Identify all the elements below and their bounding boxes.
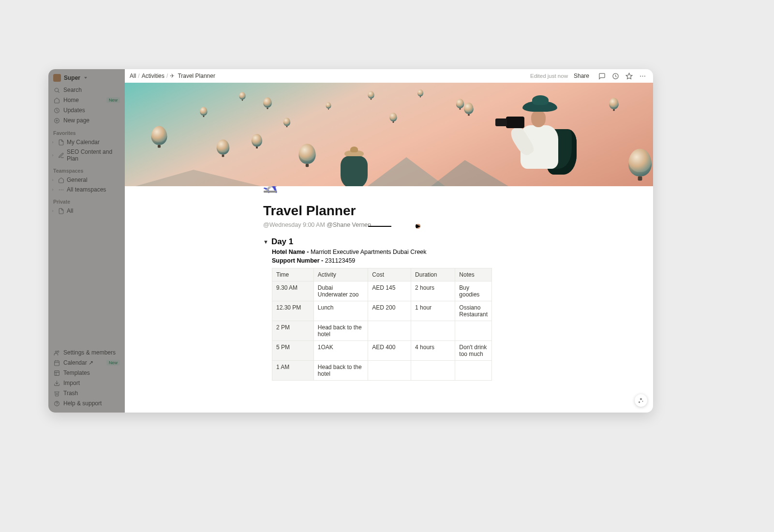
table-row[interactable]: 1 AMHead back to the hotel bbox=[272, 361, 492, 381]
table-row[interactable]: 5 PM1OAKAED 4004 hoursDon't drink too mu… bbox=[272, 341, 492, 361]
caret-icon: › bbox=[50, 140, 55, 145]
item-label: All bbox=[67, 207, 122, 214]
cell-time[interactable]: 12.30 PM bbox=[272, 301, 314, 321]
cell-notes[interactable] bbox=[455, 321, 492, 341]
nav-item-new-page[interactable]: New page bbox=[48, 116, 125, 125]
nav-item-settings-members[interactable]: Settings & members bbox=[48, 348, 125, 357]
cell-cost[interactable]: AED 145 bbox=[368, 281, 411, 301]
workspace-switcher[interactable]: Super bbox=[48, 73, 125, 83]
svg-rect-15 bbox=[54, 370, 59, 375]
history-icon[interactable] bbox=[611, 72, 619, 80]
svg-point-23 bbox=[640, 75, 641, 76]
more-icon[interactable] bbox=[639, 72, 646, 80]
home-icon bbox=[53, 97, 60, 103]
cell-duration[interactable]: 2 hours bbox=[411, 281, 455, 301]
cover-image[interactable] bbox=[125, 83, 653, 186]
support-line[interactable]: Support Number - 231123459 bbox=[272, 257, 515, 264]
cell-duration[interactable] bbox=[411, 321, 455, 341]
nav-item-trash[interactable]: Trash bbox=[48, 388, 125, 398]
nav-item-import[interactable]: Import bbox=[48, 378, 125, 388]
cell-activity[interactable]: Lunch bbox=[313, 301, 368, 321]
cell-activity[interactable]: Head back to the hotel bbox=[313, 321, 368, 341]
col-activity[interactable]: Activity bbox=[313, 268, 368, 281]
toggle-caret-icon: ▼ bbox=[263, 239, 268, 245]
tree-item-all[interactable]: ›All bbox=[48, 206, 125, 216]
nav-item-calendar-[interactable]: Calendar ↗New bbox=[48, 358, 125, 368]
dots-icon bbox=[58, 186, 64, 193]
col-cost[interactable]: Cost bbox=[368, 268, 411, 281]
star-icon[interactable] bbox=[625, 72, 633, 80]
item-label: Updates bbox=[63, 107, 120, 114]
cell-duration[interactable]: 1 hour bbox=[411, 301, 455, 321]
new-badge: New bbox=[106, 360, 120, 366]
item-label: SEO Content and Plan bbox=[67, 148, 122, 162]
cell-notes[interactable]: Buy goodies bbox=[455, 281, 492, 301]
breadcrumb-parent[interactable]: Activities bbox=[142, 73, 164, 79]
plus-icon bbox=[53, 117, 60, 124]
help-icon bbox=[53, 400, 60, 407]
cell-activity[interactable]: Head back to the hotel bbox=[313, 361, 368, 381]
col-duration[interactable]: Duration bbox=[411, 268, 455, 281]
cell-time[interactable]: 5 PM bbox=[272, 341, 314, 361]
cell-cost[interactable] bbox=[368, 321, 411, 341]
page-emoji-icon[interactable]: ✈️ bbox=[263, 186, 279, 194]
table-row[interactable]: 2 PMHead back to the hotel bbox=[272, 321, 492, 341]
share-button[interactable]: Share bbox=[574, 73, 589, 79]
ai-fab-button[interactable] bbox=[635, 394, 647, 407]
main-area: All / Activities / ✈︎ Travel Planner Edi… bbox=[125, 69, 653, 413]
cell-notes[interactable]: Don't drink too much bbox=[455, 341, 492, 361]
app-window: Super SearchHomeNewUpdatesNew page Favor… bbox=[48, 69, 653, 413]
item-label: New page bbox=[63, 117, 120, 124]
doc-icon bbox=[58, 207, 64, 214]
cell-time[interactable]: 2 PM bbox=[272, 321, 314, 341]
sidebar: Super SearchHomeNewUpdatesNew page Favor… bbox=[48, 69, 125, 413]
breadcrumb-current[interactable]: Travel Planner bbox=[178, 73, 215, 79]
cell-cost[interactable]: AED 400 bbox=[368, 341, 411, 361]
cal-icon bbox=[53, 359, 60, 366]
cell-notes[interactable] bbox=[455, 361, 492, 381]
item-label: Import bbox=[63, 380, 120, 386]
cell-activity[interactable]: 1OAK bbox=[313, 341, 368, 361]
tree-item-all-teamspaces[interactable]: ›All teamspaces bbox=[48, 185, 125, 194]
schedule-table[interactable]: TimeActivityCostDurationNotes 9.30 AMDub… bbox=[272, 268, 492, 381]
col-notes[interactable]: Notes bbox=[455, 268, 492, 281]
cell-time[interactable]: 1 AM bbox=[272, 361, 314, 381]
col-time[interactable]: Time bbox=[272, 268, 314, 281]
teamspaces-heading: Teamspaces bbox=[48, 163, 125, 175]
user-mention[interactable]: @Shane Vernen bbox=[327, 222, 371, 228]
nav-item-search[interactable]: Search bbox=[48, 85, 125, 95]
item-label: Search bbox=[63, 87, 120, 93]
topbar: All / Activities / ✈︎ Travel Planner Edi… bbox=[125, 69, 653, 83]
comments-icon[interactable] bbox=[598, 72, 606, 80]
cell-duration[interactable] bbox=[411, 361, 455, 381]
tree-item-my-calendar[interactable]: ›My Calendar bbox=[48, 137, 125, 147]
home-icon bbox=[58, 177, 64, 183]
item-label: General bbox=[67, 177, 122, 183]
page-title[interactable]: Travel Planner bbox=[263, 203, 515, 219]
day-toggle[interactable]: ▼ Day 1 bbox=[263, 237, 515, 247]
import-icon bbox=[53, 380, 60, 386]
breadcrumb-root[interactable]: All bbox=[130, 73, 136, 79]
cell-cost[interactable]: AED 200 bbox=[368, 301, 411, 321]
caret-icon: › bbox=[50, 208, 55, 213]
nav-item-updates[interactable]: Updates bbox=[48, 105, 125, 115]
tree-item-seo-content-and-plan[interactable]: ›SEO Content and Plan bbox=[48, 147, 125, 163]
cell-notes[interactable]: Ossiano Restaurant bbox=[455, 301, 492, 321]
nav-item-templates[interactable]: Templates bbox=[48, 368, 125, 378]
hotel-line[interactable]: Hotel Name - Marriott Executive Apartmen… bbox=[272, 249, 515, 255]
item-label: Trash bbox=[63, 390, 120, 397]
item-label: Calendar ↗ bbox=[63, 359, 103, 366]
cell-activity[interactable]: Dubai Underwater zoo bbox=[313, 281, 368, 301]
cell-time[interactable]: 9.30 AM bbox=[272, 281, 314, 301]
chevron-down-icon bbox=[84, 77, 87, 79]
svg-point-24 bbox=[642, 75, 643, 76]
page-body: ✈️ Travel Planner @Wednesday 9:00 AM @Sh… bbox=[125, 186, 653, 413]
cell-duration[interactable]: 4 hours bbox=[411, 341, 455, 361]
nav-item-home[interactable]: HomeNew bbox=[48, 95, 125, 105]
cell-cost[interactable] bbox=[368, 361, 411, 381]
table-row[interactable]: 12.30 PMLunchAED 2001 hourOssiano Restau… bbox=[272, 301, 492, 321]
tree-item-general[interactable]: ›General bbox=[48, 175, 125, 185]
table-row[interactable]: 9.30 AMDubai Underwater zooAED 1452 hour… bbox=[272, 281, 492, 301]
workspace-avatar bbox=[53, 74, 61, 82]
nav-item-help-support[interactable]: Help & support bbox=[48, 399, 125, 408]
